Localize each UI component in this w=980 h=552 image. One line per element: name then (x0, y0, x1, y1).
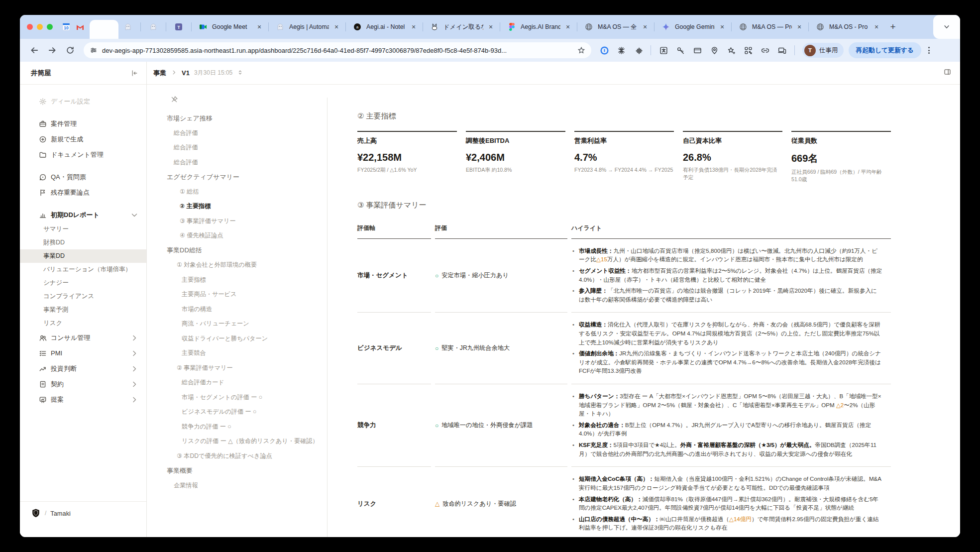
sidebar-footer[interactable]: / Tamaki (20, 501, 146, 537)
devices-icon[interactable] (775, 43, 789, 57)
tab-4[interactable]: ドメイン取るな× (424, 18, 499, 35)
back-button[interactable] (27, 43, 42, 58)
sidebar-item-コンサル管理[interactable]: コンサル管理 (20, 330, 146, 345)
reload-button[interactable] (63, 43, 78, 58)
toc-item[interactable]: 主要指標 (167, 273, 327, 288)
location-icon[interactable] (707, 43, 721, 57)
qr-scanner-icon[interactable] (741, 43, 755, 57)
address-bar[interactable]: dev-aegis-app-771302859585.asia-northeas… (84, 42, 591, 58)
sidebar-subitem-リスク[interactable]: リスク (20, 317, 146, 330)
mini-tab-ghost[interactable] (145, 19, 162, 34)
tab-3[interactable]: aAegi.ai - Notel× (347, 18, 422, 35)
key-icon[interactable] (673, 43, 687, 57)
tab-5[interactable]: Aegis.AI Brand× (501, 18, 576, 35)
active-tab[interactable] (90, 20, 118, 39)
sidebar-item-初期DDレポート[interactable]: 初期DDレポート (20, 207, 146, 222)
tab-1[interactable]: Google Meet× (193, 18, 267, 35)
sidebar-item-ドキュメント管理[interactable]: ドキュメント管理 (20, 147, 146, 162)
tab-close-icon[interactable]: × (410, 23, 418, 31)
pinned-tab-gmail-icon[interactable] (75, 21, 86, 32)
toc-item[interactable]: 総合評価 (167, 140, 327, 155)
sidebar-item-契約[interactable]: 契約 (20, 376, 146, 392)
forward-button[interactable] (45, 43, 60, 58)
version-switcher-icon[interactable] (237, 69, 243, 78)
toc-item[interactable]: 市場の構造 (167, 302, 327, 317)
toc-item[interactable]: 総合評価 (167, 155, 327, 170)
sidebar-subitem-サマリー[interactable]: サマリー (20, 222, 146, 236)
minimize-window-button[interactable] (37, 24, 43, 30)
toc-item[interactable]: エグゼクティブサマリー (167, 170, 327, 185)
toc-item[interactable]: 収益ドライバーと勝ちパターン (167, 331, 327, 346)
toc-item[interactable]: 主要商品・サービス (167, 287, 327, 302)
sidebar-item-投資判断[interactable]: 投資判断 (20, 361, 146, 376)
pinned-tab-gcal-icon[interactable]: 10 (61, 21, 72, 32)
translate-icon[interactable] (656, 43, 670, 57)
toc-item[interactable]: 市場シェア推移 (167, 111, 327, 126)
tab-close-icon[interactable]: × (718, 23, 726, 31)
sidebar-collapse-button[interactable] (130, 69, 138, 77)
tab-7[interactable]: Google Gemini× (655, 18, 730, 35)
tab-close-icon[interactable]: × (564, 23, 572, 31)
sidebar-item-残存重要論点[interactable]: 残存重要論点 (20, 185, 146, 200)
sidebar-subitem-事業DD[interactable]: 事業DD (20, 249, 146, 263)
toc-item[interactable]: 事業概要 (167, 463, 327, 478)
reviews-icon[interactable] (724, 43, 738, 57)
toc-item[interactable]: ② 主要指標 (167, 199, 327, 214)
toc-item[interactable]: 総合評価カード (167, 375, 327, 390)
extensions-button[interactable] (631, 43, 645, 57)
toc-item[interactable]: 競争力の評価 ー ○ (167, 420, 327, 435)
toc-item[interactable]: 総合評価 (167, 126, 327, 141)
tab-9[interactable]: M&A OS - Pro× (810, 18, 884, 35)
password-manager-icon[interactable] (597, 43, 611, 57)
sidebar-subitem-シナジー[interactable]: シナジー (20, 276, 146, 290)
restart-update-button[interactable]: 再起動して更新する (849, 42, 921, 58)
toc-item[interactable]: ① 対象会社と外部環境の概要 (167, 258, 327, 273)
unpin-icon[interactable] (171, 96, 327, 105)
mini-tab-ghost[interactable] (119, 19, 136, 34)
toc-item[interactable]: 主要競合 (167, 346, 327, 361)
sidebar-subitem-バリュエーション（市場倍率）[interactable]: バリュエーション（市場倍率） (20, 263, 146, 276)
toggle-panel-button[interactable] (944, 68, 951, 78)
sidebar-subitem-財務DD[interactable]: 財務DD (20, 236, 146, 249)
tab-close-icon[interactable]: × (332, 23, 340, 31)
version-label[interactable]: V1 (182, 69, 190, 77)
close-window-button[interactable] (27, 24, 33, 30)
sidebar-item-PMI[interactable]: PMI (20, 345, 146, 361)
tab-close-icon[interactable]: × (872, 23, 880, 31)
toc-item[interactable]: 事業DD総括 (167, 243, 327, 258)
zoom-window-button[interactable] (47, 24, 53, 30)
toc-item[interactable]: ① 総括 (167, 185, 327, 200)
sidebar-subitem-事業予測[interactable]: 事業予測 (20, 303, 146, 317)
copy-link-icon[interactable] (758, 43, 772, 57)
tab-search-button[interactable] (933, 15, 960, 39)
sidebar-item-QA・質問票[interactable]: QA・質問票 (20, 169, 146, 185)
toc-item[interactable]: ビジネスモデルの評価 ー ○ (167, 405, 327, 420)
toc-item[interactable]: リスクの評価 ー △（致命的リスクあり・要確認） (167, 434, 327, 449)
toc-item[interactable]: 企業情報 (167, 478, 327, 493)
url-text[interactable]: dev-aegis-app-771302859585.asia-northeas… (102, 47, 573, 54)
toc-item[interactable]: 商流・バリューチェーン (167, 317, 327, 331)
profile-chip[interactable]: T 仕事用 (802, 43, 844, 58)
mini-tab-teams[interactable]: T (170, 19, 187, 34)
toc-item[interactable]: ③ 事業評価サマリー (167, 214, 327, 229)
tab-close-icon[interactable]: × (795, 23, 803, 31)
toc-item[interactable]: 市場・セグメントの評価 ー ○ (167, 390, 327, 405)
new-tab-button[interactable]: + (885, 19, 900, 34)
toc-item[interactable]: ② 事業評価サマリー (167, 361, 327, 376)
breadcrumb[interactable]: 事業 (153, 69, 166, 78)
sidebar-item-ディール設定[interactable]: ディール設定 (20, 94, 146, 109)
tab-close-icon[interactable]: × (641, 23, 649, 31)
sidebar-subitem-コンプライアンス[interactable]: コンプライアンス (20, 290, 146, 303)
sidebar-item-提案[interactable]: 提案 (20, 392, 146, 407)
tab-6[interactable]: M&A OS — 全× (578, 18, 653, 35)
bookmark-star-icon[interactable] (577, 46, 585, 54)
tab-close-icon[interactable]: × (487, 23, 495, 31)
toc-item[interactable]: ④ 優先検証論点 (167, 228, 327, 243)
browser-menu-button[interactable] (928, 47, 930, 54)
tab-2[interactable]: Aegis | Automa× (270, 18, 344, 35)
sidebar-item-案件管理[interactable]: 案件管理 (20, 116, 146, 131)
extension-asterisk-icon[interactable] (614, 43, 628, 57)
tab-close-icon[interactable]: × (255, 23, 263, 31)
wallet-icon[interactable] (690, 43, 704, 57)
toc-item[interactable]: ③ 本DDで優先的に検証すべき論点 (167, 449, 327, 464)
